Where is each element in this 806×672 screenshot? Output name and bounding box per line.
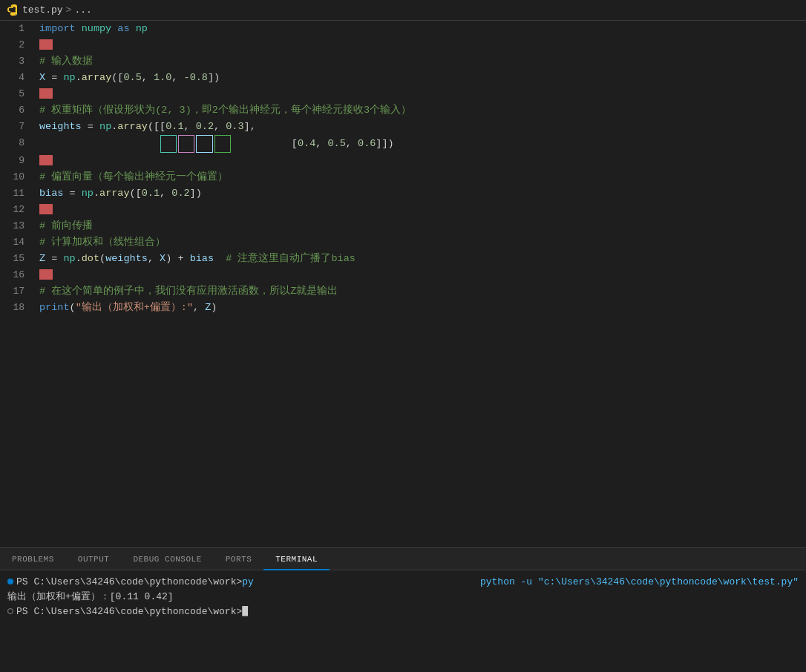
line-content-8: [0.4, 0.5, 0.6]]) xyxy=(33,135,806,153)
terminal-output-text: 输出（加权和+偏置）：[0.11 0.42] xyxy=(7,590,174,605)
code-line-7: 7 weights = np.array([[0.1, 0.2, 0.3], xyxy=(0,119,806,135)
line-number-7: 7 xyxy=(0,119,33,135)
code-line-2: 2 xyxy=(0,37,806,53)
line-content-13: # 前向传播 xyxy=(33,218,806,234)
line-number-17: 17 xyxy=(0,283,33,300)
line-number-14: 14 xyxy=(0,234,33,251)
code-line-8: 8 [0.4, 0.5, 0.6]]) xyxy=(0,135,806,153)
line-number-11: 11 xyxy=(0,185,33,202)
line-number-5: 5 xyxy=(0,86,33,102)
code-line-13: 13 # 前向传播 xyxy=(0,218,806,234)
line-content-10: # 偏置向量（每个输出神经元一个偏置） xyxy=(33,169,806,185)
code-line-11: 11 bias = np.array([0.1, 0.2]) xyxy=(0,185,806,202)
breadcrumb-dots: ... xyxy=(74,4,91,16)
code-line-18: 18 print("输出（加权和+偏置）:", Z) xyxy=(0,300,806,316)
line-content-2 xyxy=(33,37,806,53)
terminal-cursor: █ xyxy=(242,605,248,619)
line-number-8: 8 xyxy=(0,135,33,153)
editor-area: 1 import numpy as np 2 3 # 输入数据 4 X = np… xyxy=(0,21,806,547)
line-content-6: # 权重矩阵（假设形状为(2, 3)，即2个输出神经元，每个神经元接收3个输入） xyxy=(33,102,806,119)
line-number-12: 12 xyxy=(0,202,33,218)
terminal-line-1: PS C:\Users\34246\code\pythoncode\work> … xyxy=(7,575,799,590)
code-line-17: 17 # 在这个简单的例子中，我们没有应用激活函数，所以Z就是输出 xyxy=(0,283,806,300)
terminal-dot-blue xyxy=(7,579,13,584)
svg-point-1 xyxy=(15,14,16,16)
line-content-18: print("输出（加权和+偏置）:", Z) xyxy=(33,300,806,316)
terminal-cmd-1: py xyxy=(242,575,254,590)
tab-debug-console[interactable]: DEBUG CONSOLE xyxy=(121,548,213,570)
breadcrumb-separator: > xyxy=(66,4,72,16)
line-content-17: # 在这个简单的例子中，我们没有应用激活函数，所以Z就是输出 xyxy=(33,283,806,300)
line-content-5 xyxy=(33,86,806,102)
code-line-15: 15 Z = np.dot(weights, X) + bias # 注意这里自… xyxy=(0,251,806,267)
code-line-1: 1 import numpy as np xyxy=(0,21,806,37)
line-content-1: import numpy as np xyxy=(33,21,806,37)
line-content-4: X = np.array([0.5, 1.0, -0.8]) xyxy=(33,70,806,86)
line-content-11: bias = np.array([0.1, 0.2]) xyxy=(33,185,806,202)
line-number-18: 18 xyxy=(0,300,33,316)
tab-problems[interactable]: PROBLEMS xyxy=(0,548,66,570)
terminal-line-2: PS C:\Users\34246\code\pythoncode\work> … xyxy=(7,605,799,619)
terminal-prompt-2: PS C:\Users\34246\code\pythoncode\work> xyxy=(16,605,242,619)
code-line-6: 6 # 权重矩阵（假设形状为(2, 3)，即2个输出神经元，每个神经元接收3个输… xyxy=(0,102,806,119)
line-number-13: 13 xyxy=(0,218,33,234)
code-line-16: 16 xyxy=(0,267,806,283)
line-number-15: 15 xyxy=(0,251,33,267)
code-line-5: 5 xyxy=(0,86,806,102)
terminal-cmd-right: python -u "c:\Users\34246\code\pythoncod… xyxy=(480,575,799,590)
python-icon xyxy=(7,4,19,16)
line-number-10: 10 xyxy=(0,169,33,185)
svg-point-0 xyxy=(11,5,13,7)
line-content-12 xyxy=(33,202,806,218)
panel-tabs: PROBLEMS OUTPUT DEBUG CONSOLE PORTS TERM… xyxy=(0,548,806,570)
code-line-4: 4 X = np.array([0.5, 1.0, -0.8]) xyxy=(0,70,806,86)
line-content-15: Z = np.dot(weights, X) + bias # 注意这里自动广播… xyxy=(33,251,806,267)
line-number-3: 3 xyxy=(0,53,33,70)
breadcrumb-filename: test.py xyxy=(22,4,63,16)
bottom-panel: PROBLEMS OUTPUT DEBUG CONSOLE PORTS TERM… xyxy=(0,547,806,672)
line-content-7: weights = np.array([[0.1, 0.2, 0.3], xyxy=(33,119,806,135)
line-content-16 xyxy=(33,267,806,283)
line-number-16: 16 xyxy=(0,267,33,283)
code-line-3: 3 # 输入数据 xyxy=(0,53,806,70)
tab-ports[interactable]: PORTS xyxy=(214,548,264,570)
code-line-9: 9 xyxy=(0,153,806,169)
code-line-10: 10 # 偏置向量（每个输出神经元一个偏置） xyxy=(0,169,806,185)
line-content-3: # 输入数据 xyxy=(33,53,806,70)
breadcrumb-bar: test.py > ... xyxy=(0,0,806,21)
terminal-output-line: 输出（加权和+偏置）：[0.11 0.42] xyxy=(7,590,799,605)
line-number-6: 6 xyxy=(0,102,33,119)
line-number-4: 4 xyxy=(0,70,33,86)
terminal-dot-empty xyxy=(7,608,13,614)
line-number-9: 9 xyxy=(0,153,33,169)
line-number-1: 1 xyxy=(0,21,33,37)
line-content-14: # 计算加权和（线性组合） xyxy=(33,234,806,251)
terminal-content: PS C:\Users\34246\code\pythoncode\work> … xyxy=(0,570,806,624)
tab-output[interactable]: OUTPUT xyxy=(66,548,122,570)
line-number-2: 2 xyxy=(0,37,33,53)
line-content-9 xyxy=(33,153,806,169)
tab-terminal[interactable]: TERMINAL xyxy=(263,548,330,570)
code-line-12: 12 xyxy=(0,202,806,218)
terminal-prompt-1: PS C:\Users\34246\code\pythoncode\work> xyxy=(16,575,242,590)
code-line-14: 14 # 计算加权和（线性组合） xyxy=(0,234,806,251)
